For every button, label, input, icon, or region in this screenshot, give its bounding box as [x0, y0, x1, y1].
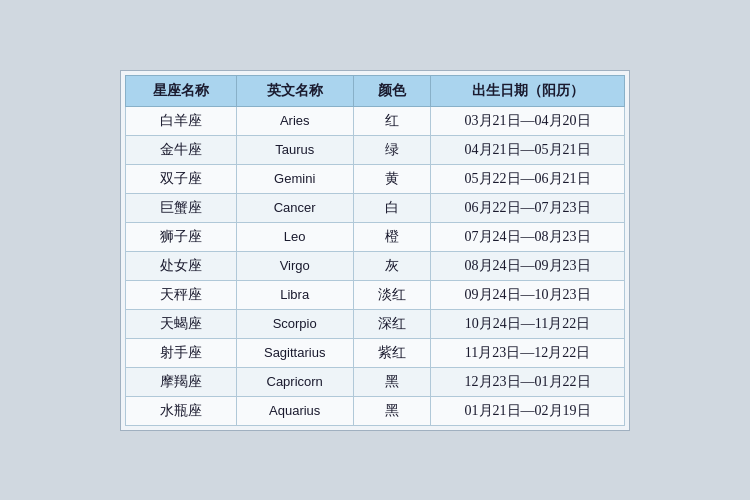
cell-color: 黄 [353, 164, 430, 193]
cell-color: 黑 [353, 367, 430, 396]
cell-color: 红 [353, 106, 430, 135]
cell-birthdate: 07月24日—08月23日 [431, 222, 625, 251]
cell-color: 淡红 [353, 280, 430, 309]
cell-birthdate: 10月24日—11月22日 [431, 309, 625, 338]
cell-birthdate: 09月24日—10月23日 [431, 280, 625, 309]
table-row: 天秤座Libra淡红09月24日—10月23日 [126, 280, 625, 309]
table-row: 狮子座Leo橙07月24日—08月23日 [126, 222, 625, 251]
cell-color: 深红 [353, 309, 430, 338]
cell-english-name: Leo [236, 222, 353, 251]
cell-english-name: Taurus [236, 135, 353, 164]
cell-english-name: Scorpio [236, 309, 353, 338]
table-row: 水瓶座Aquarius黑01月21日—02月19日 [126, 396, 625, 425]
cell-chinese-name: 巨蟹座 [126, 193, 237, 222]
cell-birthdate: 12月23日—01月22日 [431, 367, 625, 396]
cell-color: 橙 [353, 222, 430, 251]
cell-birthdate: 06月22日—07月23日 [431, 193, 625, 222]
cell-english-name: Sagittarius [236, 338, 353, 367]
table-row: 巨蟹座Cancer白06月22日—07月23日 [126, 193, 625, 222]
cell-english-name: Aries [236, 106, 353, 135]
header-chinese-name: 星座名称 [126, 75, 237, 106]
cell-color: 绿 [353, 135, 430, 164]
cell-english-name: Capricorn [236, 367, 353, 396]
cell-english-name: Gemini [236, 164, 353, 193]
table-row: 白羊座Aries红03月21日—04月20日 [126, 106, 625, 135]
cell-color: 白 [353, 193, 430, 222]
table-row: 处女座Virgo灰08月24日—09月23日 [126, 251, 625, 280]
cell-birthdate: 08月24日—09月23日 [431, 251, 625, 280]
cell-english-name: Virgo [236, 251, 353, 280]
cell-birthdate: 04月21日—05月21日 [431, 135, 625, 164]
cell-chinese-name: 天秤座 [126, 280, 237, 309]
cell-chinese-name: 摩羯座 [126, 367, 237, 396]
table-body: 白羊座Aries红03月21日—04月20日金牛座Taurus绿04月21日—0… [126, 106, 625, 425]
cell-chinese-name: 水瓶座 [126, 396, 237, 425]
table-row: 双子座Gemini黄05月22日—06月21日 [126, 164, 625, 193]
table-row: 摩羯座Capricorn黑12月23日—01月22日 [126, 367, 625, 396]
table-row: 射手座Sagittarius紫红11月23日—12月22日 [126, 338, 625, 367]
cell-chinese-name: 狮子座 [126, 222, 237, 251]
cell-chinese-name: 处女座 [126, 251, 237, 280]
cell-english-name: Libra [236, 280, 353, 309]
cell-chinese-name: 射手座 [126, 338, 237, 367]
cell-color: 灰 [353, 251, 430, 280]
zodiac-table: 星座名称 英文名称 颜色 出生日期（阳历） 白羊座Aries红03月21日—04… [125, 75, 625, 426]
zodiac-table-container: 星座名称 英文名称 颜色 出生日期（阳历） 白羊座Aries红03月21日—04… [120, 70, 630, 431]
table-row: 天蝎座Scorpio深红10月24日—11月22日 [126, 309, 625, 338]
cell-birthdate: 03月21日—04月20日 [431, 106, 625, 135]
table-header-row: 星座名称 英文名称 颜色 出生日期（阳历） [126, 75, 625, 106]
cell-chinese-name: 白羊座 [126, 106, 237, 135]
cell-color: 黑 [353, 396, 430, 425]
cell-chinese-name: 金牛座 [126, 135, 237, 164]
header-birthdate: 出生日期（阳历） [431, 75, 625, 106]
table-row: 金牛座Taurus绿04月21日—05月21日 [126, 135, 625, 164]
cell-birthdate: 11月23日—12月22日 [431, 338, 625, 367]
header-english-name: 英文名称 [236, 75, 353, 106]
header-color: 颜色 [353, 75, 430, 106]
cell-english-name: Aquarius [236, 396, 353, 425]
cell-birthdate: 01月21日—02月19日 [431, 396, 625, 425]
cell-chinese-name: 双子座 [126, 164, 237, 193]
cell-chinese-name: 天蝎座 [126, 309, 237, 338]
cell-color: 紫红 [353, 338, 430, 367]
cell-birthdate: 05月22日—06月21日 [431, 164, 625, 193]
cell-english-name: Cancer [236, 193, 353, 222]
